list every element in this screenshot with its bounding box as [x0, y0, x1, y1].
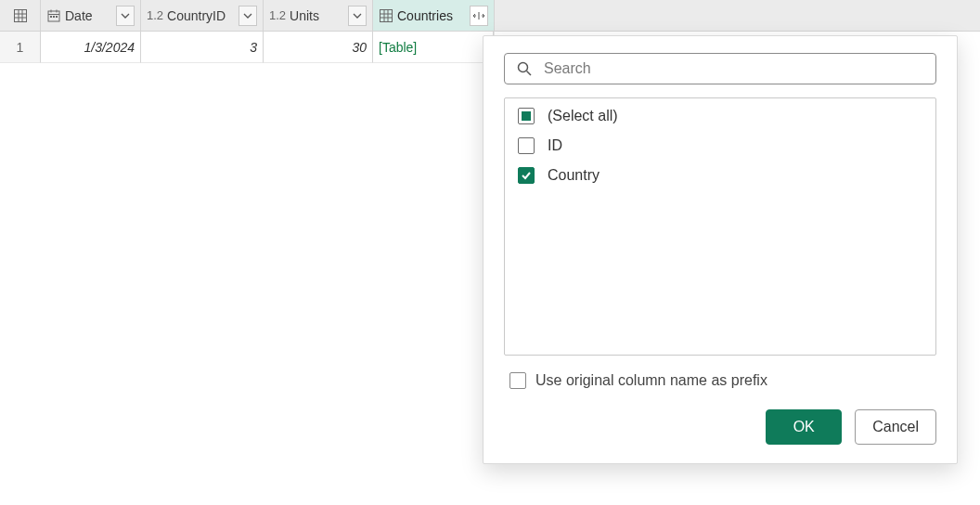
dialog-buttons: OK Cancel	[504, 409, 936, 445]
option-label: (Select all)	[548, 108, 618, 124]
svg-rect-0	[14, 9, 26, 21]
header-row: Date 1.2 CountryID 1.2 Units	[0, 0, 980, 32]
ok-button[interactable]: OK	[766, 409, 842, 445]
cell-countries[interactable]: [Table]	[373, 32, 494, 63]
option-label: ID	[548, 137, 562, 154]
svg-rect-12	[380, 9, 393, 21]
svg-rect-9	[50, 16, 52, 18]
search-input[interactable]	[542, 59, 924, 78]
search-field-wrapper[interactable]	[504, 53, 936, 84]
column-header-countryid[interactable]: 1.2 CountryID	[141, 0, 264, 31]
cell-countryid[interactable]: 3	[141, 32, 264, 63]
option-id[interactable]: ID	[518, 137, 922, 154]
column-header-units[interactable]: 1.2 Units	[264, 0, 373, 31]
svg-rect-11	[56, 16, 58, 18]
svg-point-18	[519, 63, 528, 72]
search-icon	[516, 60, 533, 77]
column-filter-dropdown[interactable]	[116, 6, 135, 26]
column-label: Units	[290, 8, 344, 23]
column-select-list: (Select all) ID Country	[504, 97, 936, 356]
prefix-option[interactable]: Use original column name as prefix	[504, 372, 936, 389]
number-type-icon: 1.2	[147, 8, 163, 22]
checkbox-checked-icon	[518, 167, 535, 184]
row-header-corner[interactable]	[0, 0, 41, 31]
svg-line-19	[527, 71, 532, 76]
row-index[interactable]: 1	[0, 32, 41, 63]
header-blank	[494, 0, 980, 31]
table-link[interactable]: [Table]	[379, 40, 417, 55]
option-select-all[interactable]: (Select all)	[518, 108, 922, 124]
table-type-icon	[379, 8, 393, 23]
column-filter-dropdown[interactable]	[348, 6, 367, 26]
column-header-countries[interactable]: Countries	[373, 0, 494, 31]
svg-rect-10	[53, 16, 55, 18]
column-filter-dropdown[interactable]	[239, 6, 257, 26]
checkbox-indeterminate-icon	[518, 108, 535, 124]
expand-column-button[interactable]	[470, 6, 488, 26]
expand-column-popup: (Select all) ID Country Use original col…	[483, 35, 958, 464]
column-label: Date	[65, 8, 112, 23]
column-header-date[interactable]: Date	[41, 0, 141, 31]
option-label: Country	[548, 167, 600, 184]
calendar-icon	[46, 8, 61, 23]
column-label: CountryID	[167, 8, 235, 23]
number-type-icon: 1.2	[269, 8, 286, 22]
checkbox-unchecked-icon	[509, 372, 526, 389]
cell-date[interactable]: 1/3/2024	[41, 32, 141, 63]
column-label: Countries	[397, 8, 466, 23]
checkbox-unchecked-icon	[518, 137, 535, 154]
cancel-button[interactable]: Cancel	[855, 409, 936, 445]
cell-units[interactable]: 30	[264, 32, 373, 63]
table-icon	[13, 8, 28, 23]
option-country[interactable]: Country	[518, 167, 922, 184]
prefix-label: Use original column name as prefix	[535, 372, 767, 389]
